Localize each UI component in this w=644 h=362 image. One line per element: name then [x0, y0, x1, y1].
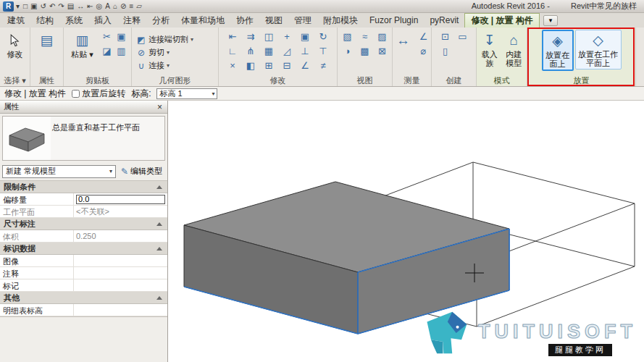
model-in-place-button[interactable]: ⌂内建模型 [503, 30, 526, 70]
thin-lines-icon[interactable]: ≡ [127, 1, 135, 12]
cut-icon[interactable]: ✂ [100, 30, 114, 44]
chevron-up-icon[interactable] [156, 185, 162, 189]
tab-结构[interactable]: 结构 [30, 13, 59, 28]
panel-properties: ▤ 属性 [30, 28, 64, 86]
mirror-icon[interactable]: ◫ [260, 30, 278, 44]
paste-aligned-icon[interactable]: ▥ [114, 44, 129, 59]
tab-视图[interactable]: 视图 [259, 13, 288, 28]
copy-icon[interactable]: ▣ [114, 30, 129, 44]
paste-button[interactable]: ▥ 粘贴 ▾ [67, 30, 99, 61]
watermark-text: TUITUISOFT 腿腿教学网 [478, 321, 637, 356]
chevron-up-icon[interactable] [156, 296, 162, 300]
revit-logo-icon[interactable]: R [3, 1, 14, 12]
tab-附加模块[interactable]: 附加模块 [317, 13, 364, 28]
modify-button[interactable]: 修改 [1, 30, 28, 61]
tag-icon[interactable]: ◎ [95, 1, 104, 12]
paint-icon[interactable]: ◧ [242, 59, 260, 73]
text-icon[interactable]: A [104, 1, 112, 12]
tab-分析[interactable]: 分析 [146, 13, 175, 28]
thin-lines-icon[interactable]: ≈ [356, 30, 374, 44]
cut-profile-icon[interactable]: ◑ [339, 44, 356, 59]
aligned-dimension-icon[interactable]: ⇤ [85, 1, 94, 12]
move-icon[interactable]: + [278, 30, 296, 44]
redo-icon[interactable]: ↷ [57, 1, 65, 12]
tab-系统[interactable]: 系统 [59, 13, 88, 28]
angular-dimension-icon[interactable]: ∠ [416, 30, 432, 44]
tab-pyRevit[interactable]: pyRevit [424, 13, 464, 28]
ribbon-display-toggle-icon[interactable]: ▾ [543, 15, 559, 26]
undo-icon[interactable]: ↶ [48, 1, 57, 12]
panel-label-select[interactable]: 选择 ▾ [0, 75, 30, 86]
property-value[interactable] [74, 267, 167, 279]
level-select[interactable]: 标高 1 ▾ [156, 88, 217, 99]
render-icon[interactable]: ▩ [356, 44, 374, 59]
drawing-area[interactable]: TUITUISOFT 腿腿教学网 [168, 101, 644, 362]
property-value[interactable]: <不关联> [74, 206, 167, 217]
tab-协作[interactable]: 协作 [230, 13, 259, 28]
property-value[interactable] [74, 279, 167, 291]
unpin-icon[interactable]: ⊤ [314, 44, 333, 59]
rotate-icon[interactable]: ↻ [314, 30, 333, 44]
property-value[interactable] [74, 255, 167, 266]
load-family-icon: ↧ [480, 32, 499, 49]
default-3d-view-icon[interactable]: ⌂ [112, 1, 119, 12]
options-bar: 修改 | 放置 构件 放置后旋转 标高: 标高 1 ▾ [0, 87, 644, 101]
properties-button[interactable]: ▤ [32, 30, 62, 51]
property-value[interactable]: 0.250 [74, 230, 167, 242]
trim-extend-icon[interactable]: ∟ [224, 44, 242, 59]
tab-修改 | 放置 构件[interactable]: 修改 | 放置 构件 [464, 13, 539, 28]
close-icon[interactable]: × [156, 103, 164, 111]
switch-windows-icon[interactable]: ▱ [135, 1, 143, 12]
property-value[interactable] [74, 304, 167, 316]
copy-icon[interactable]: ▣ [296, 30, 314, 44]
visibility-graphics-icon[interactable]: ▧ [339, 30, 356, 44]
coping-button[interactable]: ◩连接端切割▾ [135, 34, 195, 46]
place-on-work-plane-button[interactable]: ◇放置在工作平面上 [575, 30, 622, 70]
rotate-after-checkbox[interactable] [72, 90, 80, 98]
sync-icon[interactable]: ↺ [39, 1, 48, 12]
close-hidden-windows-icon[interactable]: ⊠ [374, 44, 391, 59]
app-menu-arrow-icon[interactable]: ▾ [14, 1, 21, 12]
array-icon[interactable]: ▦ [260, 44, 278, 59]
create-similar-icon[interactable]: ⊡ [437, 30, 454, 44]
create-group-icon[interactable]: ▭ [454, 30, 472, 44]
type-selector[interactable]: 新建 常规模型 ▾ [2, 165, 116, 178]
chevron-up-icon[interactable] [156, 222, 162, 226]
scale-icon[interactable]: ◿ [278, 44, 296, 59]
tab-管理[interactable]: 管理 [288, 13, 317, 28]
split-icon[interactable]: ⋔ [242, 44, 260, 59]
match-type-icon[interactable]: ◪ [100, 44, 114, 59]
align-icon[interactable]: ⇤ [224, 30, 242, 44]
print-icon[interactable]: ▤ [66, 1, 75, 12]
chevron-up-icon[interactable] [156, 247, 162, 251]
panel-label-modify: 修改 [219, 75, 337, 86]
offset-input[interactable] [76, 195, 165, 204]
join-geometry-button[interactable]: ∪连接▾ [135, 60, 171, 72]
section-icon[interactable]: ⊘ [119, 1, 127, 12]
pin-icon[interactable]: ⊥ [296, 44, 314, 59]
open-icon[interactable]: □ [22, 1, 29, 12]
measure-button[interactable]: ↔ [393, 30, 414, 51]
edit-type-button[interactable]: ✎ 编辑类型 [118, 164, 165, 178]
wall-joins-icon[interactable]: ∠ [296, 59, 314, 73]
tab-体量和场地[interactable]: 体量和场地 [175, 13, 230, 28]
measure-icon[interactable]: ↔ [75, 1, 85, 12]
rotate-after-placement[interactable]: 放置后旋转 [72, 88, 125, 100]
offset-icon[interactable]: ⇉ [242, 30, 260, 44]
create-tools: ⊡▭▯ [437, 30, 472, 59]
tab-Fuzor Plugin[interactable]: Fuzor Plugin [364, 13, 424, 28]
cut-geometry-button[interactable]: ⊘剪切▾ [135, 47, 171, 59]
load-family-button[interactable]: ↧载入族 [478, 30, 501, 70]
show-hidden-lines-icon[interactable]: ▨ [374, 30, 391, 44]
unjoin-icon[interactable]: ⊟ [278, 59, 296, 73]
diameter-dimension-icon[interactable]: ⌀ [416, 44, 432, 59]
place-on-face-button[interactable]: ◈放置在面上 [542, 30, 574, 71]
tab-建筑[interactable]: 建筑 [1, 13, 30, 28]
create-assembly-icon[interactable]: ▯ [437, 44, 454, 59]
tab-插入[interactable]: 插入 [88, 13, 117, 28]
demolish-icon[interactable]: ≠ [314, 59, 333, 73]
tab-注释[interactable]: 注释 [117, 13, 146, 28]
save-icon[interactable]: ▣ [29, 1, 38, 12]
delete-icon[interactable]: × [224, 59, 242, 73]
join-icon[interactable]: ⊞ [260, 59, 278, 73]
